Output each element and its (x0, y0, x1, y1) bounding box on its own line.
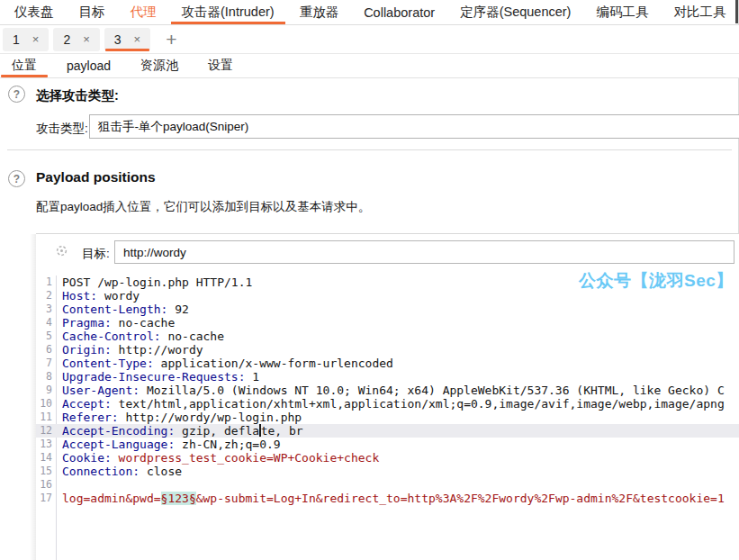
request-line: 4Pragma: no-cache (36, 316, 739, 330)
request-line: 3Content-Length: 92 (36, 303, 739, 316)
line-number: 17 (36, 492, 52, 505)
attack-tab-3[interactable]: 3× (104, 28, 150, 51)
request-text: User-Agent: (62, 384, 140, 397)
attack-tab-label: 1 (13, 32, 20, 47)
help-icon[interactable]: ? (8, 170, 25, 187)
request-text: log=admin&pwd= (62, 492, 161, 505)
request-text: wordy (97, 289, 140, 303)
line-number: 11 (36, 411, 52, 424)
request-line: 14Cookie: wordpress_test_cookie=WP+Cooki… (36, 451, 739, 465)
line-number: 1 (36, 275, 52, 289)
line-number: 6 (36, 343, 52, 357)
request-line: 15Connection: close (36, 465, 739, 478)
payload-positions-heading: Payload positions (36, 169, 156, 185)
request-text: http://wordy (112, 343, 203, 357)
menu-item-collaborator[interactable]: Collaborator (351, 0, 447, 24)
main-menubar: 仪表盘目标代理攻击器(Intruder)重放器Collaborator定序器(S… (0, 0, 739, 25)
line-number: 9 (36, 384, 52, 397)
request-line: 6Origin: http://wordy (36, 343, 739, 357)
menu-item-重放器[interactable]: 重放器 (287, 0, 352, 24)
line-number: 14 (36, 451, 52, 465)
line-number: 16 (36, 478, 52, 492)
watermark: 公众号【泷羽Sec】 (579, 269, 734, 293)
target-input[interactable] (114, 240, 734, 264)
attack-tabstrip: 1×2×3×+ (0, 25, 739, 54)
add-tab-button[interactable]: + (166, 30, 176, 49)
close-tab-icon[interactable]: × (32, 33, 40, 45)
attack-tab-2[interactable]: 2× (53, 28, 99, 51)
request-line: 7Content-Type: application/x-www-form-ur… (36, 357, 739, 370)
request-text: Pragma: (62, 316, 112, 330)
line-number: 2 (36, 289, 52, 303)
request-line: 11Referer: http://wordy/wp-login.php (36, 411, 739, 424)
subtab-资源池[interactable]: 资源池 (130, 54, 189, 77)
close-tab-icon[interactable]: × (83, 33, 90, 45)
attack-type-heading: 选择攻击类型: (36, 87, 119, 104)
request-text: Origin: (62, 343, 112, 357)
request-text: &wp-submit=Log+In&redirect_to=http%3A%2F… (196, 492, 725, 505)
menu-item-代理[interactable]: 代理 (118, 0, 169, 24)
subtab-payload[interactable]: payload (56, 54, 122, 77)
attack-type-select[interactable]: 狙击手-单个payload(Sniper) (89, 114, 739, 139)
line-number: 12 (36, 424, 52, 438)
target-label: 目标: (82, 246, 110, 262)
request-editor[interactable]: 1POST /wp-login.php HTTP/1.12Host: wordy… (36, 275, 739, 560)
line-number: 7 (36, 357, 52, 370)
request-text: wordpress_test_cookie=WP+Cookie+check (112, 451, 379, 465)
request-line: 13Accept-Language: zh-CN,zh;q=0.9 (36, 438, 739, 451)
request-text: Cache-Control: (62, 330, 161, 343)
attack-tab-1[interactable]: 1× (3, 28, 49, 51)
menu-item-对比工具[interactable]: 对比工具 (661, 0, 738, 24)
request-text: Mozilla/5.0 (Windows NT 10.0; Win64; x64… (140, 384, 725, 397)
request-line: 5Cache-Control: no-cache (36, 330, 739, 343)
request-line: 9User-Agent: Mozilla/5.0 (Windows NT 10.… (36, 384, 739, 397)
line-number: 15 (36, 465, 52, 478)
intruder-subtabs: 位置payload资源池设置 (0, 54, 739, 78)
section-divider (7, 149, 732, 150)
request-text: Host: (62, 289, 97, 303)
line-number: 5 (36, 330, 52, 343)
request-text: 1 (246, 370, 260, 384)
subtab-位置[interactable]: 位置 (1, 54, 48, 77)
menu-item-仪表盘[interactable]: 仪表盘 (2, 0, 67, 24)
request-text: close (140, 465, 182, 478)
request-line: 8Upgrade-Insecure-Requests: 1 (36, 370, 739, 384)
payload-positions-description: 配置payload插入位置，它们可以添加到目标以及基本请求中。 (36, 199, 370, 215)
request-text: POST /wp-login.php HTTP/1.1 (62, 275, 252, 289)
request-text: no-cache (161, 330, 224, 343)
request-text: http://wordy/wp-login.php (119, 411, 302, 424)
line-number: 3 (36, 303, 52, 316)
line-number: 4 (36, 316, 52, 330)
request-text: no-cache (112, 316, 175, 330)
help-icon[interactable]: ? (8, 86, 25, 103)
line-number: 8 (36, 370, 52, 384)
request-text: Referer: (62, 411, 119, 424)
menu-item-目标[interactable]: 目标 (67, 0, 118, 24)
request-text: Accept: (62, 397, 112, 411)
request-text: te, br (261, 424, 303, 438)
request-text: Content-Length: (62, 303, 167, 316)
menu-item-编码工具[interactable]: 编码工具 (583, 0, 661, 24)
line-number: 13 (36, 438, 52, 451)
request-text: 92 (167, 303, 188, 316)
payload-marker: §123§ (161, 492, 196, 505)
menu-item-定序器sequencer[interactable]: 定序器(Sequencer) (447, 0, 583, 24)
request-text: zh-CN,zh;q=0.9 (175, 438, 280, 451)
target-icon (55, 244, 68, 257)
attack-type-label: 攻击类型: (36, 121, 88, 137)
request-line: 16 (36, 478, 739, 492)
request-line: 10Accept: text/html,application/xhtml+xm… (36, 397, 739, 411)
request-text: text/html,application/xhtml+xml,applicat… (112, 397, 725, 411)
subtab-设置[interactable]: 设置 (197, 54, 244, 77)
request-text: Accept-Language: (62, 438, 175, 451)
request-line: 12Accept-Encoding: gzip, deflate, br (36, 424, 739, 438)
request-text: Accept-Encoding: (62, 424, 175, 438)
menu-item-攻击器intruder[interactable]: 攻击器(Intruder) (169, 0, 287, 24)
request-text: application/x-www-form-urlencoded (154, 357, 393, 370)
request-line: 17log=admin&pwd=§123§&wp-submit=Log+In&r… (36, 492, 739, 505)
close-tab-icon[interactable]: × (134, 33, 141, 45)
request-text: Content-Type: (62, 357, 154, 370)
request-text: Connection: (62, 465, 140, 478)
attack-tab-label: 3 (114, 32, 122, 47)
request-text: Upgrade-Insecure-Requests: (62, 370, 246, 384)
